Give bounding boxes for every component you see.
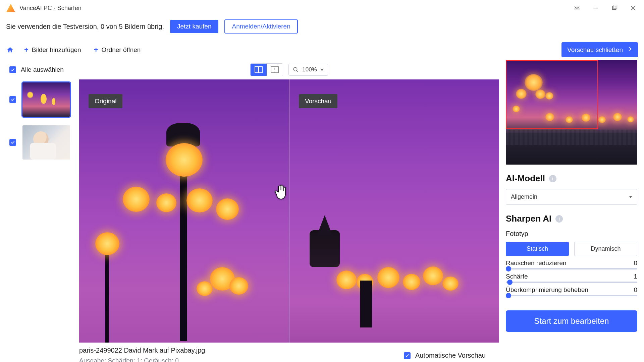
ai-model-title: AI-Modell i bbox=[506, 173, 637, 184]
thumbnail-row[interactable] bbox=[3, 121, 75, 164]
svg-rect-6 bbox=[255, 67, 258, 73]
chevron-down-icon bbox=[629, 196, 632, 198]
image-viewer[interactable]: Original Vorschau bbox=[79, 79, 499, 343]
status-bar: paris-2499022 David Mark auf Pixabay.jpg… bbox=[79, 343, 499, 362]
overcompression-label: Überkomprimierung beheben bbox=[506, 286, 588, 294]
svg-rect-3 bbox=[613, 5, 617, 9]
phototype-static-button[interactable]: Statisch bbox=[506, 242, 569, 256]
title-bar: VanceAI PC - Schärfen bbox=[0, 0, 644, 16]
viewer-controls: 100% bbox=[79, 60, 499, 79]
preview-badge: Vorschau bbox=[299, 94, 337, 108]
info-icon[interactable]: i bbox=[549, 175, 556, 182]
minimize-button[interactable] bbox=[591, 3, 600, 13]
svg-line-11 bbox=[297, 70, 299, 72]
ai-model-select[interactable]: Allgemein bbox=[506, 189, 637, 205]
mini-preview[interactable] bbox=[506, 60, 637, 165]
trial-text: Sie verwenden die Testversion, 0 von 5 B… bbox=[6, 23, 164, 31]
zoom-control[interactable]: 100% bbox=[288, 64, 328, 76]
home-button[interactable] bbox=[4, 44, 16, 56]
chevron-down-icon[interactable] bbox=[572, 3, 582, 13]
noise-slider[interactable] bbox=[506, 268, 637, 269]
maximize-button[interactable] bbox=[610, 3, 619, 13]
svg-rect-7 bbox=[259, 67, 262, 73]
login-activate-button[interactable]: Anmelden/Aktivieren bbox=[224, 19, 298, 34]
zoom-dropdown-icon[interactable] bbox=[320, 69, 324, 71]
single-view-button[interactable] bbox=[267, 64, 283, 76]
start-processing-button[interactable]: Start zum bearbeiten bbox=[506, 310, 637, 332]
thumbnail-checkbox[interactable] bbox=[9, 96, 16, 103]
open-folder-label: Ordner öffnen bbox=[102, 46, 141, 54]
thumbnail-sidebar: Alle auswählen bbox=[0, 60, 79, 362]
sharpen-ai-title: Sharpen AI i bbox=[506, 214, 637, 224]
output-summary: Ausgabe: Schärfen: 1; Geräusch: 0 bbox=[79, 357, 205, 362]
sharpness-value: 1 bbox=[634, 273, 637, 280]
trial-bar: Sie verwenden die Testversion, 0 von 5 B… bbox=[0, 16, 644, 40]
toolbar: + Bilder hinzufügen + Ordner öffnen Vors… bbox=[0, 40, 644, 60]
svg-rect-2 bbox=[612, 6, 616, 10]
viewport-indicator[interactable] bbox=[506, 60, 598, 129]
thumbnail-paris[interactable] bbox=[21, 81, 71, 118]
auto-preview-toggle[interactable]: Automatische Vorschau bbox=[404, 352, 486, 359]
close-preview-label: Vorschau schließen bbox=[567, 46, 623, 54]
phototype-label: Fototyp bbox=[506, 230, 637, 238]
thumbnail-row[interactable] bbox=[3, 78, 75, 121]
close-preview-button[interactable]: Vorschau schließen bbox=[561, 42, 638, 57]
auto-preview-checkbox[interactable] bbox=[404, 352, 411, 359]
settings-panel: AI-Modell i Allgemein Sharpen AI i Fotot… bbox=[499, 60, 644, 362]
select-all-checkbox[interactable] bbox=[9, 66, 16, 73]
add-images-button[interactable]: + Bilder hinzufügen bbox=[19, 43, 86, 57]
filename-label: paris-2499022 David Mark auf Pixabay.jpg bbox=[79, 347, 205, 354]
thumbnail-child[interactable] bbox=[21, 124, 71, 161]
zoom-label: 100% bbox=[302, 66, 317, 73]
magnifier-icon bbox=[293, 67, 299, 73]
sharpness-slider[interactable] bbox=[506, 282, 637, 283]
sharpness-label: Schärfe bbox=[506, 273, 528, 280]
noise-value: 0 bbox=[634, 259, 637, 267]
noise-label: Rauschen reduzieren bbox=[506, 259, 567, 267]
svg-point-10 bbox=[294, 67, 298, 71]
select-all-label: Alle auswählen bbox=[21, 66, 64, 73]
overcompression-slider[interactable] bbox=[506, 295, 637, 296]
info-icon[interactable]: i bbox=[555, 215, 563, 223]
preview-pane[interactable]: Vorschau bbox=[289, 79, 499, 343]
hand-cursor-icon bbox=[274, 183, 288, 202]
chevron-right-icon bbox=[628, 46, 632, 54]
split-view-button[interactable] bbox=[251, 64, 267, 76]
thumbnail-checkbox[interactable] bbox=[9, 139, 16, 146]
app-logo bbox=[6, 3, 15, 13]
plus-icon: + bbox=[24, 46, 29, 54]
plus-icon: + bbox=[94, 46, 98, 54]
auto-preview-label: Automatische Vorschau bbox=[415, 352, 486, 359]
ai-model-value: Allgemein bbox=[511, 193, 537, 200]
original-badge: Original bbox=[89, 94, 122, 108]
phototype-dynamic-button[interactable]: Dynamisch bbox=[574, 242, 637, 256]
app-title: VanceAI PC - Schärfen bbox=[19, 5, 82, 12]
open-folder-button[interactable]: + Ordner öffnen bbox=[89, 43, 146, 57]
select-all-row[interactable]: Alle auswählen bbox=[3, 63, 75, 78]
original-pane[interactable]: Original bbox=[79, 79, 289, 343]
overcompression-value: 0 bbox=[634, 286, 637, 294]
buy-now-button[interactable]: Jetzt kaufen bbox=[170, 20, 218, 33]
add-images-label: Bilder hinzufügen bbox=[32, 46, 81, 54]
close-button[interactable] bbox=[629, 3, 638, 13]
